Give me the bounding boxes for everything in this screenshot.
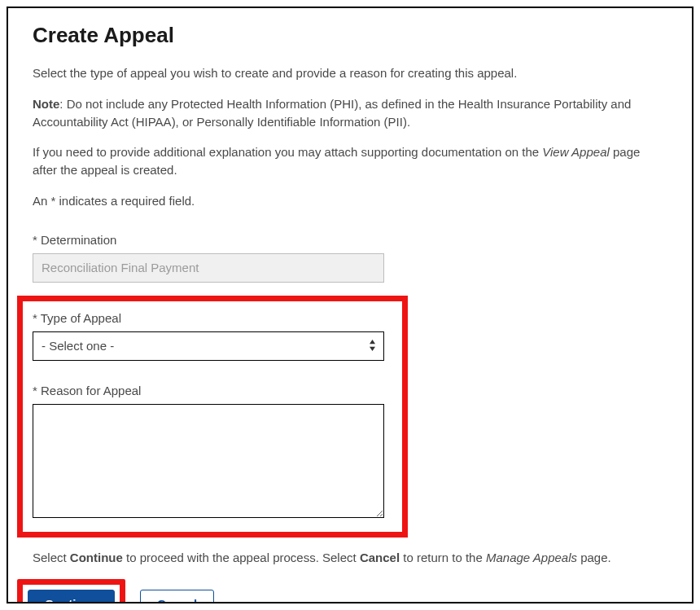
attachment-info: If you need to provide additional explan… bbox=[33, 143, 667, 179]
reason-group: * Reason for Appeal bbox=[33, 384, 392, 520]
action-buttons: Continue Cancel bbox=[17, 579, 667, 603]
type-of-appeal-select-wrap: - Select one - bbox=[33, 331, 384, 361]
create-appeal-form: Create Appeal Select the type of appeal … bbox=[7, 7, 693, 603]
continue-button[interactable]: Continue bbox=[28, 590, 115, 603]
required-field-note: An * indicates a required field. bbox=[33, 192, 667, 210]
note-body: : Do not include any Protected Health In… bbox=[33, 97, 631, 129]
note-text: Note: Do not include any Protected Healt… bbox=[33, 95, 667, 131]
note-label: Note bbox=[33, 97, 59, 111]
type-of-appeal-label: * Type of Appeal bbox=[33, 311, 392, 325]
intro-text: Select the type of appeal you wish to cr… bbox=[33, 64, 667, 82]
continue-button-highlight: Continue bbox=[17, 579, 125, 603]
determination-group: * Determination bbox=[33, 233, 667, 283]
reason-label: * Reason for Appeal bbox=[33, 384, 392, 397]
cancel-button[interactable]: Cancel bbox=[140, 590, 214, 603]
type-of-appeal-select[interactable]: - Select one - bbox=[33, 331, 384, 361]
determination-field bbox=[33, 253, 384, 283]
determination-label: * Determination bbox=[33, 233, 667, 247]
view-appeal-ref: View Appeal bbox=[542, 145, 610, 159]
highlighted-appeal-fields: * Type of Appeal - Select one - * Reason… bbox=[17, 296, 408, 538]
type-of-appeal-group: * Type of Appeal - Select one - bbox=[33, 311, 392, 361]
reason-textarea[interactable] bbox=[33, 404, 384, 518]
action-instructions: Select Continue to proceed with the appe… bbox=[33, 549, 667, 567]
page-title: Create Appeal bbox=[33, 23, 667, 48]
